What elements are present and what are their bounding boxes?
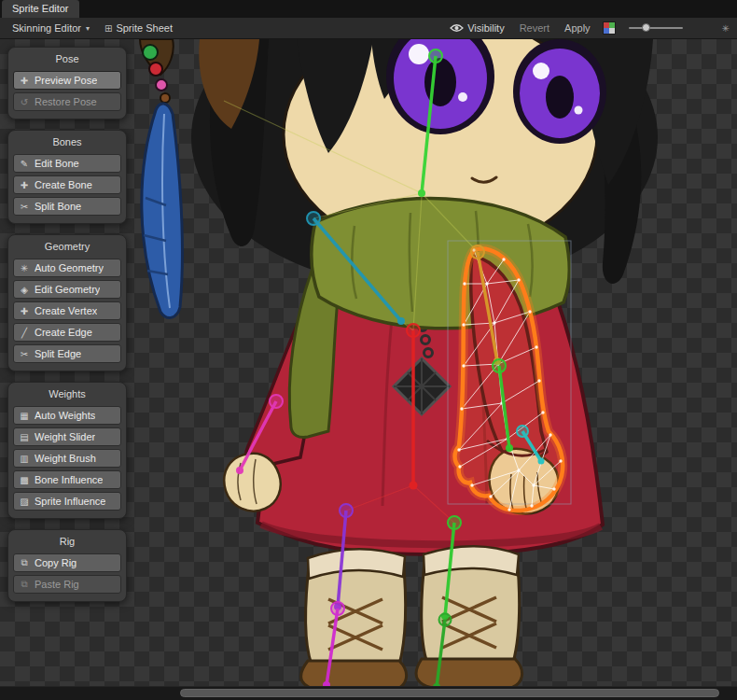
visibility-label: Visibility [467, 22, 505, 34]
button-label: Edit Bone [35, 158, 79, 169]
button-label: Weight Brush [35, 453, 96, 464]
zoom-slider[interactable] [629, 22, 683, 34]
sprite-editor-window: Sprite Editor Skinning Editor ▾ ⊞ Sprite… [0, 0, 737, 700]
weight-slider-icon: ▤ [19, 432, 30, 442]
feather-accessory[interactable] [140, 39, 182, 317]
create-bone-icon: ✚ [19, 180, 30, 190]
skinning-editor-label: Skinning Editor [12, 22, 81, 34]
copy-rig-icon: ⧉ [19, 557, 30, 568]
create-vertex-icon: ✚ [19, 306, 30, 316]
sprite-sheet-icon: ⊞ [104, 23, 112, 34]
paste-rig-icon: ⧉ [19, 579, 30, 590]
copy-rig-button[interactable]: ⧉ Copy Rig [13, 553, 121, 572]
button-label: Auto Weights [35, 410, 95, 421]
skinning-editor-dropdown[interactable]: Skinning Editor ▾ [6, 21, 96, 35]
button-label: Create Vertex [35, 305, 97, 316]
button-label: Create Edge [35, 327, 92, 338]
toolbar: Skinning Editor ▾ ⊞ Sprite Sheet Visibil… [0, 18, 737, 39]
geometry-panel: Geometry ✳ Auto Geometry ◈ Edit Geometry… [7, 234, 127, 371]
panel-title: Weights [11, 385, 123, 403]
revert-label: Revert [520, 22, 549, 34]
split-edge-button[interactable]: ✂ Split Edge [13, 344, 121, 363]
bone-influence-icon: ▩ [19, 475, 30, 485]
zoom-slider-thumb[interactable] [642, 23, 650, 32]
pose-panel: Pose ✚ Preview Pose ↺ Restore Pose [7, 47, 127, 119]
button-label: Preview Pose [35, 75, 97, 86]
sprite-influence-icon: ▨ [19, 497, 30, 507]
button-label: Edit Geometry [35, 284, 100, 295]
bone-influence-button[interactable]: ▩ Bone Influence [13, 470, 121, 489]
create-vertex-button[interactable]: ✚ Create Vertex [13, 301, 121, 320]
restore-pose-button[interactable]: ↺ Restore Pose [13, 92, 121, 111]
button-label: Split Edge [35, 348, 81, 359]
preview-pose-button[interactable]: ✚ Preview Pose [13, 71, 121, 90]
auto-weights-button[interactable]: ▦ Auto Weights [13, 406, 121, 425]
create-bone-button[interactable]: ✚ Create Bone [13, 175, 121, 194]
button-label: Create Bone [35, 179, 92, 190]
split-bone-button[interactable]: ✂ Split Bone [13, 197, 121, 216]
weight-brush-button[interactable]: ▥ Weight Brush [13, 449, 121, 468]
button-label: Paste Rig [35, 579, 79, 590]
panel-title: Pose [11, 50, 123, 68]
zoom-slider-track[interactable] [629, 27, 683, 29]
sprite-sheet-button[interactable]: ⊞ Sprite Sheet [98, 21, 179, 35]
auto-geometry-button[interactable]: ✳ Auto Geometry [13, 259, 121, 277]
sprite-canvas[interactable]: Pose ✚ Preview Pose ↺ Restore Pose Bones… [0, 39, 737, 686]
apply-label: Apply [564, 22, 591, 34]
preview-pose-icon: ✚ [19, 76, 30, 86]
character-boots[interactable] [301, 546, 522, 686]
chevron-down-icon: ▾ [86, 24, 90, 33]
weights-panel: Weights ▦ Auto Weights ▤ Weight Slider ▥… [7, 382, 127, 519]
visibility-button[interactable]: Visibility [443, 21, 511, 35]
sprite-influence-button[interactable]: ▨ Sprite Influence [13, 492, 121, 511]
edit-bone-button[interactable]: ✎ Edit Bone [13, 154, 121, 173]
revert-button[interactable]: Revert [513, 21, 556, 35]
edit-bone-icon: ✎ [19, 159, 30, 169]
color-channels-icon[interactable] [603, 21, 616, 35]
tab-sprite-editor[interactable]: Sprite Editor [2, 0, 79, 18]
button-label: Copy Rig [35, 557, 76, 568]
button-label: Restore Pose [35, 96, 97, 107]
split-edge-icon: ✂ [19, 349, 30, 359]
character-sprite[interactable] [191, 39, 658, 686]
restore-pose-icon: ↺ [19, 97, 30, 107]
edit-geometry-button[interactable]: ◈ Edit Geometry [13, 280, 121, 299]
bones-panel: Bones ✎ Edit Bone ✚ Create Bone ✂ Split … [7, 130, 127, 224]
create-edge-icon: ╱ [19, 328, 30, 338]
button-label: Bone Influence [35, 474, 103, 485]
eye-icon [450, 23, 464, 33]
panel-title: Geometry [11, 238, 123, 256]
split-bone-icon: ✂ [19, 202, 30, 212]
auto-weights-icon: ▦ [19, 411, 30, 421]
panel-title: Bones [11, 133, 123, 151]
apply-button[interactable]: Apply [558, 21, 597, 35]
button-label: Weight Slider [35, 431, 95, 442]
edit-geometry-icon: ◈ [19, 285, 30, 295]
panel-title: Rig [11, 533, 123, 551]
editor-tab-strip: Sprite Editor [0, 0, 737, 18]
button-label: Split Bone [35, 201, 81, 212]
horizontal-scrollbar[interactable] [0, 686, 737, 700]
weight-slider-button[interactable]: ▤ Weight Slider [13, 427, 121, 446]
auto-geometry-icon: ✳ [19, 263, 30, 273]
sprite-sheet-label: Sprite Sheet [116, 22, 173, 34]
create-edge-button[interactable]: ╱ Create Edge [13, 323, 121, 342]
weight-brush-icon: ▥ [19, 454, 30, 464]
horizontal-scrollbar-thumb[interactable] [180, 689, 719, 697]
button-label: Auto Geometry [35, 262, 104, 273]
button-label: Sprite Influence [35, 496, 105, 507]
rig-panel: Rig ⧉ Copy Rig ⧉ Paste Rig [7, 529, 127, 602]
tool-panels: Pose ✚ Preview Pose ↺ Restore Pose Bones… [7, 47, 127, 602]
paste-rig-button[interactable]: ⧉ Paste Rig [13, 575, 121, 594]
options-icon[interactable]: ✳ [722, 23, 730, 34]
